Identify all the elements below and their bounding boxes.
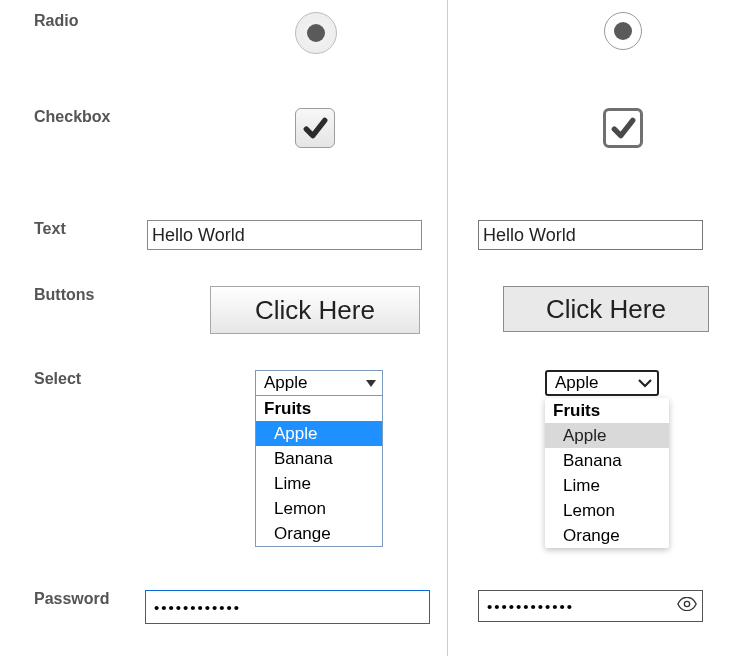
select-a-option[interactable]: Lime xyxy=(256,471,382,496)
text-input-a[interactable] xyxy=(147,220,422,250)
eye-icon[interactable] xyxy=(677,597,697,615)
checkmark-icon xyxy=(610,115,636,141)
text-input-b[interactable] xyxy=(478,220,703,250)
radio-b-dot xyxy=(614,22,632,40)
checkmark-icon xyxy=(302,115,328,141)
select-a-optgroup-label: Fruits xyxy=(256,396,382,421)
select-label: Select xyxy=(0,370,81,388)
checkbox-label: Checkbox xyxy=(0,108,110,126)
select-a-value: Apple xyxy=(264,373,307,393)
select-b-option[interactable]: Orange xyxy=(545,523,669,548)
select-a-head[interactable]: Apple xyxy=(255,370,383,396)
radio-label: Radio xyxy=(0,12,78,30)
select-a-listbox[interactable]: Fruits Apple Banana Lime Lemon Orange xyxy=(255,396,383,547)
radio-a-dot xyxy=(307,24,325,42)
radio-b[interactable] xyxy=(604,12,642,50)
select-a-option[interactable]: Apple xyxy=(256,421,382,446)
buttons-label: Buttons xyxy=(0,286,94,304)
select-b-option[interactable]: Banana xyxy=(545,448,669,473)
select-b-optgroup-label: Fruits xyxy=(545,398,669,423)
select-a-option[interactable]: Banana xyxy=(256,446,382,471)
select-a-option[interactable]: Lemon xyxy=(256,496,382,521)
select-a-option[interactable]: Orange xyxy=(256,521,382,546)
chevron-down-icon xyxy=(638,378,652,388)
select-b-head[interactable]: Apple xyxy=(545,370,659,396)
click-here-button-a[interactable]: Click Here xyxy=(210,286,420,334)
text-label: Text xyxy=(0,220,66,238)
select-b-listbox[interactable]: Fruits Apple Banana Lime Lemon Orange xyxy=(545,398,669,548)
select-b-option[interactable]: Lemon xyxy=(545,498,669,523)
svg-point-0 xyxy=(684,601,689,606)
select-b-value: Apple xyxy=(555,373,598,393)
select-b-option[interactable]: Apple xyxy=(545,423,669,448)
click-here-button-b[interactable]: Click Here xyxy=(503,286,709,332)
checkbox-b[interactable] xyxy=(603,108,643,148)
password-input-b[interactable] xyxy=(478,590,703,622)
password-label: Password xyxy=(0,590,110,608)
password-input-a[interactable] xyxy=(145,590,430,624)
select-b-option[interactable]: Lime xyxy=(545,473,669,498)
triangle-down-icon xyxy=(366,380,376,387)
checkbox-a[interactable] xyxy=(295,108,335,148)
radio-a[interactable] xyxy=(295,12,337,54)
